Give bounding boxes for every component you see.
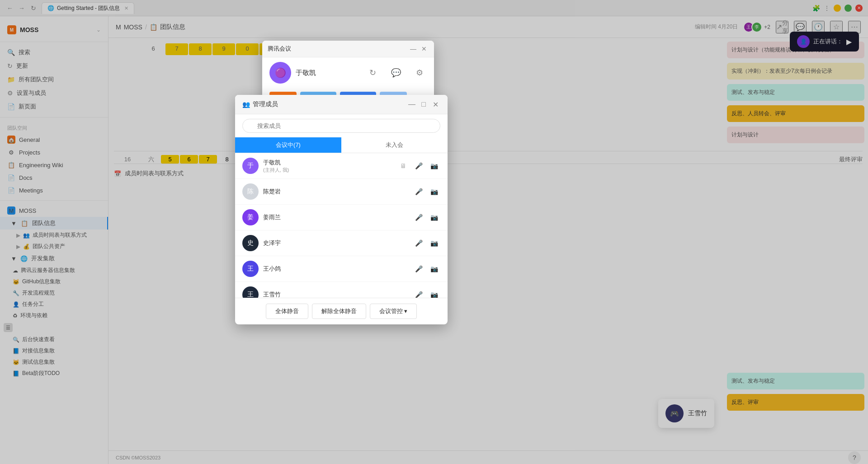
mm-close-button[interactable]: ✕ [430, 99, 440, 109]
member-info-2: 姜雨兰 [263, 213, 408, 221]
mm-titlebar: 👥 管理成员 — □ ✕ [235, 95, 448, 114]
member-actions-2: 🎤 📷 [412, 211, 440, 224]
member-avatar-text-0: 于 [247, 162, 254, 170]
member-avatar-text-3: 史 [247, 239, 254, 247]
mm-tabs: 会议中(7) 未入会 [235, 137, 448, 153]
member-row-5: 王 王雪竹 🎤 📷 [235, 282, 448, 298]
member-cam-btn-1[interactable]: 📷 [428, 185, 440, 198]
member-avatar-text-2: 姜 [247, 213, 254, 221]
mm-search-input[interactable] [242, 119, 440, 133]
member-mic-btn-5[interactable]: 🎤 [412, 288, 425, 298]
member-info-1: 陈楚岩 [263, 187, 408, 196]
member-info-0: 于敬凯 (主持人, 我) [263, 159, 392, 173]
meeting-control-label: 会议管控 ▾ [379, 307, 408, 315]
tencent-action-buttons: ↻ 💬 ⚙ [365, 66, 427, 80]
member-row-0: 于 于敬凯 (主持人, 我) 🖥 🎤 📷 [235, 153, 448, 179]
member-cam-btn-3[interactable]: 📷 [428, 237, 440, 249]
member-role-0: (主持人, 我) [263, 167, 392, 173]
member-name-5: 王雪竹 [263, 291, 408, 298]
tab-not-joined-label: 未入会 [386, 141, 403, 148]
tencent-chat-button[interactable]: 💬 [389, 66, 403, 80]
member-name-3: 史泽宇 [263, 239, 408, 247]
member-cam-btn-4[interactable]: 📷 [428, 262, 440, 275]
member-name-0: 于敬凯 [263, 159, 392, 167]
tencent-close-button[interactable]: ✕ [420, 44, 429, 53]
member-avatar-text-4: 王 [247, 265, 254, 273]
mm-title-icon: 👥 [242, 101, 250, 108]
member-avatar-0: 于 [242, 158, 259, 174]
meeting-control-button[interactable]: 会议管控 ▾ [370, 304, 417, 319]
member-actions-3: 🎤 📷 [412, 237, 440, 249]
member-name-4: 王小鸽 [263, 265, 408, 273]
member-info-5: 王雪竹 [263, 291, 408, 298]
member-avatar-3: 史 [242, 235, 259, 251]
tencent-user-row: 🟣 于敬凯 ↻ 💬 ⚙ [262, 57, 434, 88]
tencent-settings-button[interactable]: ⚙ [412, 66, 427, 80]
member-avatar-2: 姜 [242, 209, 259, 225]
member-screen-btn-0[interactable]: 🖥 [397, 159, 410, 172]
member-avatar-1: 陈 [242, 183, 259, 200]
member-actions-0: 🖥 🎤 📷 [397, 159, 440, 172]
member-mic-btn-3[interactable]: 🎤 [412, 237, 425, 249]
member-avatar-text-5: 王 [247, 291, 254, 298]
unmute-all-label: 解除全体静音 [321, 308, 357, 314]
member-name-1: 陈楚岩 [263, 187, 408, 196]
member-info-3: 史泽宇 [263, 239, 408, 247]
mm-window-buttons: — □ ✕ [407, 99, 440, 109]
member-cam-btn-5[interactable]: 📷 [428, 288, 440, 298]
member-info-4: 王小鸽 [263, 265, 408, 273]
mm-title: 👥 管理成员 [242, 100, 278, 108]
member-actions-5: 🎤 📷 [412, 288, 440, 298]
mm-minimize-button[interactable]: — [407, 99, 417, 109]
mm-footer: 全体静音 解除全体静音 会议管控 ▾ [235, 298, 448, 324]
member-row-4: 王 王小鸽 🎤 📷 [235, 256, 448, 282]
member-cam-btn-2[interactable]: 📷 [428, 211, 440, 224]
mute-all-button[interactable]: 全体静音 [266, 304, 308, 319]
tencent-refresh-button[interactable]: ↻ [365, 66, 380, 80]
mm-tab-in-meeting[interactable]: 会议中(7) [235, 137, 341, 153]
tencent-meeting-titlebar: 腾讯会议 — ✕ [262, 41, 434, 57]
mm-members-list: 于 于敬凯 (主持人, 我) 🖥 🎤 📷 陈 陈楚岩 🎤 📷 [235, 153, 448, 298]
unmute-all-button[interactable]: 解除全体静音 [312, 304, 366, 319]
member-mic-btn-4[interactable]: 🎤 [412, 262, 425, 275]
member-row-3: 史 史泽宇 🎤 📷 [235, 230, 448, 256]
mute-all-label: 全体静音 [275, 308, 299, 314]
member-actions-1: 🎤 📷 [412, 185, 440, 198]
member-name-2: 姜雨兰 [263, 213, 408, 221]
member-avatar-text-1: 陈 [247, 187, 254, 196]
mm-search-area: 🔍 [235, 114, 448, 137]
member-row-1: 陈 陈楚岩 🎤 📷 [235, 179, 448, 205]
tencent-user-name: 于敬凯 [296, 69, 316, 77]
tencent-user-avatar: 🟣 [269, 62, 291, 84]
tab-in-meeting-label: 会议中(7) [276, 141, 301, 148]
tencent-meeting-title-text: 腾讯会议 [268, 45, 291, 53]
tencent-window-buttons: — ✕ [409, 44, 429, 53]
member-cam-btn-0[interactable]: 📷 [428, 159, 440, 172]
mm-title-text-label: 管理成员 [253, 100, 278, 108]
member-row-2: 姜 姜雨兰 🎤 📷 [235, 205, 448, 230]
tencent-minimize-button[interactable]: — [409, 44, 418, 53]
mm-tab-not-joined[interactable]: 未入会 [341, 137, 448, 153]
member-mic-btn-1[interactable]: 🎤 [412, 185, 425, 198]
member-mic-btn-0[interactable]: 🎤 [412, 159, 425, 172]
manage-members-window: 👥 管理成员 — □ ✕ 🔍 会议中(7) 未入会 于 于敬凯 [235, 95, 448, 324]
member-avatar-4: 王 [242, 261, 259, 277]
mm-maximize-button[interactable]: □ [419, 99, 429, 109]
mm-search-wrapper: 🔍 [242, 119, 440, 133]
member-mic-btn-2[interactable]: 🎤 [412, 211, 425, 224]
member-avatar-5: 王 [242, 286, 259, 298]
member-actions-4: 🎤 📷 [412, 262, 440, 275]
